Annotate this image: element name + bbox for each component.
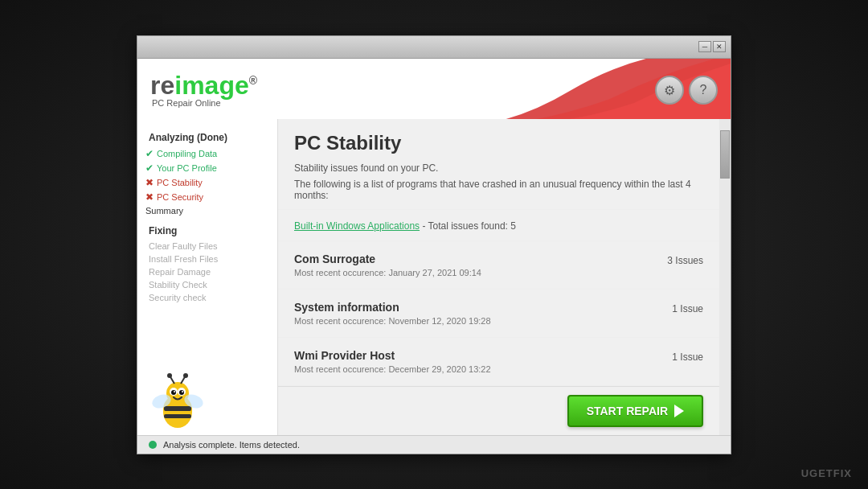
- sidebar-fixing-security: Security check: [137, 291, 277, 304]
- header-icons: ⚙ ?: [655, 76, 718, 105]
- issue-item-1-left: System information Most recent occurence…: [294, 301, 491, 326]
- check-icon: ✔: [145, 148, 154, 159]
- close-button[interactable]: ✕: [713, 41, 726, 52]
- issue-item-0: Com Surrogate Most recent occurence: Jan…: [278, 241, 719, 290]
- watermark: UGETFIX: [801, 467, 852, 479]
- issue-date-1: Most recent occurence: November 12, 2020…: [294, 316, 491, 326]
- sidebar-fixing-install: Install Fresh Files: [137, 253, 277, 265]
- scrollbar[interactable]: [719, 119, 731, 435]
- scrollbar-thumb[interactable]: [720, 130, 730, 179]
- logo-re: re: [150, 71, 174, 100]
- issue-count-0: 3 Issues: [667, 253, 703, 266]
- logo-registered: ®: [249, 74, 257, 87]
- sidebar-item-summary[interactable]: Summary: [137, 204, 277, 217]
- svg-point-8: [179, 390, 184, 395]
- svg-rect-3: [164, 414, 191, 418]
- sidebar-item-profile[interactable]: ✔ Your PC Profile: [137, 161, 277, 175]
- sidebar-item-stability-label: PC Stability: [157, 178, 203, 187]
- footer: START REPAIR: [278, 386, 719, 435]
- sidebar-item-compiling-label: Compiling Data: [157, 149, 217, 158]
- sidebar-item-summary-label: Summary: [145, 206, 183, 216]
- sidebar-item-compiling[interactable]: ✔ Compiling Data: [137, 146, 277, 161]
- status-indicator: [149, 441, 157, 449]
- sidebar-fixing-stability: Stability Check: [137, 278, 277, 291]
- sidebar-item-security-label: PC Security: [157, 192, 203, 202]
- content-area: PC Stability Stability issues found on y…: [278, 119, 731, 435]
- issues-header: Built-in Windows Applications - Total is…: [278, 210, 719, 241]
- logo: reimage® PC Repair Online: [150, 72, 257, 108]
- issue-name-0: Com Surrogate: [294, 253, 481, 265]
- header: reimage® PC Repair Online ⚙ ?: [137, 59, 731, 119]
- content-desc2: The following is a list of programs that…: [294, 179, 703, 201]
- issue-name-2: Wmi Provider Host: [294, 349, 491, 362]
- analyzing-title: Analyzing (Done): [137, 129, 277, 146]
- start-repair-label: START REPAIR: [587, 405, 668, 417]
- x-icon: ✖: [145, 191, 154, 203]
- logo-text: reimage®: [150, 72, 257, 98]
- content-desc1: Stability issues found on your PC.: [294, 162, 703, 174]
- issue-item-2: Wmi Provider Host Most recent occurence:…: [278, 338, 719, 386]
- play-icon: [674, 405, 684, 417]
- help-button[interactable]: ?: [689, 76, 718, 105]
- svg-point-12: [167, 373, 172, 378]
- issue-item-1: System information Most recent occurence…: [278, 290, 719, 338]
- status-message: Analysis complete. Items detected.: [163, 440, 300, 450]
- svg-point-7: [171, 390, 176, 395]
- titlebar-buttons: ─ ✕: [698, 41, 726, 52]
- issue-item-2-left: Wmi Provider Host Most recent occurence:…: [294, 349, 491, 374]
- sidebar-fixing-repair: Repair Damage: [137, 265, 277, 278]
- sidebar-item-security[interactable]: ✖ PC Security: [137, 190, 277, 204]
- issue-item-0-left: Com Surrogate Most recent occurence: Jan…: [294, 253, 481, 277]
- svg-point-14: [183, 373, 188, 378]
- logo-image: image: [174, 71, 248, 100]
- issues-link[interactable]: Built-in Windows Applications: [294, 220, 420, 232]
- sidebar-fixing-clear: Clear Faulty Files: [137, 240, 277, 253]
- logo-subtitle: PC Repair Online: [152, 98, 257, 108]
- x-icon: ✖: [145, 177, 154, 188]
- check-icon: ✔: [145, 162, 154, 174]
- svg-point-10: [182, 391, 183, 392]
- issue-count-1: 1 Issue: [672, 301, 703, 314]
- issue-date-2: Most recent occurence: December 29, 2020…: [294, 364, 491, 374]
- titlebar: ─ ✕: [137, 36, 731, 59]
- sidebar: Analyzing (Done) ✔ Compiling Data ✔ Your…: [137, 119, 278, 435]
- fixing-title: Fixing: [137, 217, 277, 240]
- content-inner: PC Stability Stability issues found on y…: [278, 119, 719, 435]
- svg-rect-2: [164, 406, 191, 411]
- application-window: ─ ✕ reimage® PC Repair Online: [137, 35, 731, 454]
- svg-point-9: [174, 391, 175, 392]
- main-area: Analyzing (Done) ✔ Compiling Data ✔ Your…: [137, 119, 731, 435]
- sidebar-item-profile-label: Your PC Profile: [157, 163, 217, 173]
- issue-count-2: 1 Issue: [672, 349, 703, 363]
- statusbar: Analysis complete. Items detected.: [137, 435, 731, 454]
- mascot: [145, 368, 210, 435]
- desktop: ─ ✕ reimage® PC Repair Online: [0, 0, 868, 489]
- settings-button[interactable]: ⚙: [655, 76, 684, 105]
- issue-date-0: Most recent occurence: January 27, 2021 …: [294, 268, 481, 277]
- issue-name-1: System information: [294, 301, 491, 314]
- issues-count: - Total issues found: 5: [420, 220, 516, 232]
- minimize-button[interactable]: ─: [698, 41, 711, 52]
- content-title: PC Stability: [294, 132, 703, 154]
- sidebar-item-stability[interactable]: ✖ PC Stability: [137, 175, 277, 190]
- start-repair-button[interactable]: START REPAIR: [567, 395, 703, 427]
- content-header: PC Stability Stability issues found on y…: [278, 119, 719, 210]
